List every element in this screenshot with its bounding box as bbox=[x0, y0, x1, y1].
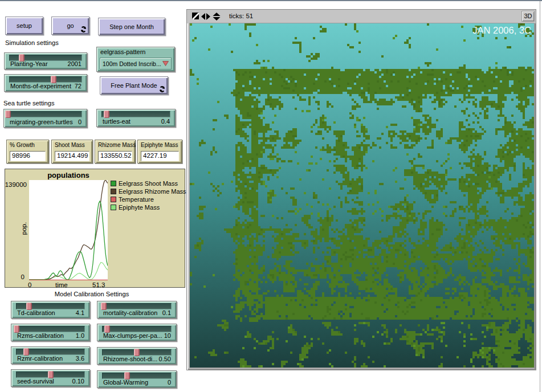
svg-text:JAN 2006, 3C: JAN 2006, 3C bbox=[472, 25, 531, 35]
